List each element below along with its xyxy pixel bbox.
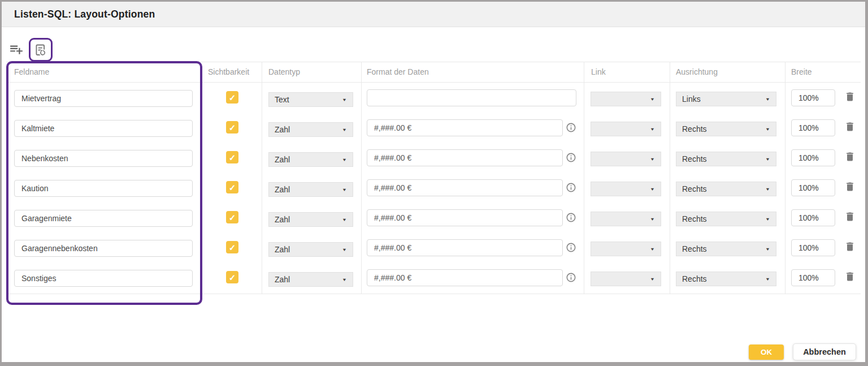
header-breite: Breite (791, 62, 812, 82)
header-format: Format der Daten (367, 62, 429, 82)
format-input[interactable] (367, 149, 563, 166)
field-row: ✓ Zahl ▼ ▼ Rechts ▼ (2, 173, 865, 203)
ausrichtung-value: Rechts (682, 124, 707, 134)
chevron-down-icon: ▼ (342, 97, 347, 102)
add-field-button[interactable] (9, 42, 24, 57)
table-top-border (6, 62, 861, 62)
link-select[interactable]: ▼ (591, 122, 661, 136)
chevron-down-icon: ▼ (342, 277, 347, 282)
trash-icon (844, 246, 856, 255)
feldname-input[interactable] (14, 210, 193, 227)
cancel-button[interactable]: Abbrechen (793, 343, 856, 360)
datentyp-select[interactable]: Zahl ▼ (268, 152, 353, 167)
link-select[interactable]: ▼ (591, 212, 661, 226)
ausrichtung-select[interactable]: Rechts ▼ (676, 182, 776, 196)
ausrichtung-value: Rechts (682, 154, 707, 163)
sichtbarkeit-checkbox[interactable]: ✓ (226, 91, 238, 104)
sichtbarkeit-checkbox[interactable]: ✓ (226, 181, 238, 193)
datentyp-select[interactable]: Zahl ▼ (268, 212, 353, 227)
delete-row-button[interactable] (844, 150, 856, 164)
format-input[interactable] (367, 89, 576, 106)
feldname-input[interactable] (14, 270, 193, 287)
ok-button[interactable]: OK (749, 345, 784, 360)
layout-options-dialog: Listen-SQL: Layout-Optionen Feldname Sic… (0, 0, 868, 366)
link-select[interactable]: ▼ (591, 92, 661, 106)
feldname-input[interactable] (14, 240, 193, 257)
ausrichtung-select[interactable]: Rechts ▼ (676, 272, 776, 286)
sichtbarkeit-checkbox[interactable]: ✓ (226, 211, 238, 223)
ausrichtung-select[interactable]: Rechts ▼ (676, 242, 776, 256)
checkmark-icon: ✓ (229, 93, 236, 102)
chevron-down-icon: ▼ (650, 127, 655, 132)
format-input[interactable] (367, 119, 563, 136)
checkmark-icon: ✓ (229, 273, 236, 282)
dialog-title: Listen-SQL: Layout-Optionen (14, 8, 155, 20)
ausrichtung-value: Links (682, 94, 701, 104)
chevron-down-icon: ▼ (650, 97, 655, 102)
info-icon[interactable] (566, 272, 576, 283)
breite-input[interactable] (791, 269, 835, 286)
datentyp-value: Zahl (275, 215, 290, 224)
field-row: ✓ Zahl ▼ ▼ Rechts ▼ (2, 113, 865, 143)
delete-row-button[interactable] (844, 180, 856, 194)
datentyp-select[interactable]: Zahl ▼ (268, 242, 353, 257)
link-select[interactable]: ▼ (591, 182, 661, 196)
sichtbarkeit-checkbox[interactable]: ✓ (226, 121, 238, 134)
feldname-input[interactable] (14, 120, 193, 137)
link-select[interactable]: ▼ (591, 272, 661, 286)
datentyp-value: Zahl (275, 125, 290, 134)
ausrichtung-select[interactable]: Rechts ▼ (676, 152, 776, 166)
reset-layout-button[interactable] (33, 43, 48, 58)
datentyp-value: Zahl (275, 185, 290, 194)
breite-input[interactable] (791, 119, 835, 136)
format-input[interactable] (367, 239, 563, 256)
ausrichtung-select[interactable]: Rechts ▼ (676, 212, 776, 226)
chevron-down-icon: ▼ (650, 157, 655, 162)
ausrichtung-value: Rechts (682, 244, 707, 253)
checkmark-icon: ✓ (229, 213, 236, 222)
feldname-input[interactable] (14, 180, 193, 197)
format-input[interactable] (367, 179, 563, 196)
breite-input[interactable] (791, 149, 835, 166)
checkmark-icon: ✓ (229, 153, 236, 162)
info-icon[interactable] (566, 182, 576, 193)
delete-row-button[interactable] (844, 270, 856, 284)
field-row: ✓ Text ▼ ▼ Links ▼ (2, 83, 865, 113)
info-icon[interactable] (566, 242, 576, 253)
delete-row-button[interactable] (844, 91, 856, 104)
feldname-input[interactable] (14, 90, 193, 107)
format-input[interactable] (367, 269, 563, 286)
datentyp-select[interactable]: Zahl ▼ (268, 182, 353, 197)
link-select[interactable]: ▼ (591, 242, 661, 256)
trash-icon (844, 156, 856, 165)
breite-input[interactable] (791, 179, 835, 196)
datentyp-value: Zahl (275, 245, 290, 254)
format-input[interactable] (367, 209, 563, 226)
trash-icon (844, 126, 856, 135)
info-icon[interactable] (566, 212, 576, 223)
sichtbarkeit-checkbox[interactable]: ✓ (226, 241, 238, 253)
toolbar (2, 28, 865, 61)
header-ausrichtung: Ausrichtung (676, 62, 718, 82)
info-icon[interactable] (566, 122, 576, 133)
datentyp-select[interactable]: Text ▼ (268, 92, 353, 107)
chevron-down-icon: ▼ (342, 247, 347, 252)
sichtbarkeit-checkbox[interactable]: ✓ (226, 271, 238, 283)
breite-input[interactable] (791, 209, 835, 226)
delete-row-button[interactable] (844, 210, 856, 224)
delete-row-button[interactable] (844, 120, 856, 134)
info-icon[interactable] (566, 152, 576, 163)
delete-row-button[interactable] (844, 240, 856, 254)
chevron-down-icon: ▼ (765, 277, 770, 282)
breite-input[interactable] (791, 239, 835, 256)
datentyp-select[interactable]: Zahl ▼ (268, 122, 353, 137)
sichtbarkeit-checkbox[interactable]: ✓ (226, 151, 238, 163)
link-select[interactable]: ▼ (591, 152, 661, 166)
chevron-down-icon: ▼ (342, 127, 347, 132)
feldname-input[interactable] (14, 150, 193, 167)
chevron-down-icon: ▼ (650, 277, 655, 282)
ausrichtung-select[interactable]: Rechts ▼ (676, 122, 776, 136)
ausrichtung-select[interactable]: Links ▼ (676, 92, 776, 106)
breite-input[interactable] (791, 89, 835, 106)
datentyp-select[interactable]: Zahl ▼ (268, 272, 353, 287)
